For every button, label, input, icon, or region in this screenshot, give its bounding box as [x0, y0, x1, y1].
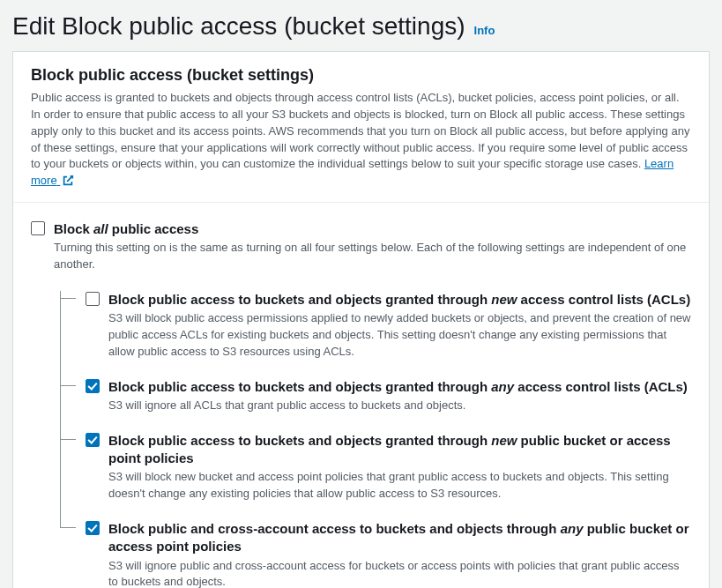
setting-label-suffix: access control lists (ACLs): [514, 379, 688, 394]
setting-checkbox-new-policies[interactable]: [86, 433, 100, 447]
setting-label-em: any: [491, 379, 514, 394]
block-all-row: Block all public access Turning this set…: [31, 220, 691, 588]
setting-desc: S3 will block public access permissions …: [108, 310, 691, 361]
setting-label-prefix: Block public access to buckets and objec…: [108, 433, 491, 448]
setting-item: Block public and cross-account access to…: [77, 520, 691, 588]
block-all-desc: Turning this setting on is the same as t…: [54, 240, 691, 273]
panel-title: Block public access (bucket settings): [31, 66, 691, 85]
setting-label-prefix: Block public access to buckets and objec…: [108, 292, 491, 307]
setting-item: Block public access to buckets and objec…: [77, 378, 691, 432]
setting-label-em: new: [491, 433, 517, 448]
setting-item: Block public access to buckets and objec…: [77, 291, 691, 378]
block-all-checkbox[interactable]: [31, 221, 45, 235]
panel-description-text: Public access is granted to buckets and …: [31, 91, 689, 170]
panel-header: Block public access (bucket settings) Pu…: [13, 52, 709, 203]
external-link-icon: [62, 175, 74, 187]
settings-panel: Block public access (bucket settings) Pu…: [12, 51, 710, 588]
setting-label-prefix: Block public access to buckets and objec…: [108, 379, 491, 394]
setting-item: Block public access to buckets and objec…: [77, 432, 691, 520]
panel-body: Block all public access Turning this set…: [13, 203, 709, 588]
setting-checkbox-any-policies[interactable]: [86, 521, 100, 535]
setting-label: Block public and cross-account access to…: [108, 520, 691, 556]
info-link[interactable]: Info: [474, 24, 495, 37]
setting-label-em: new: [491, 292, 517, 307]
page-title: Edit Block public access (bucket setting…: [12, 12, 465, 41]
setting-checkbox-new-acls[interactable]: [86, 292, 100, 306]
setting-label-prefix: Block public and cross-account access to…: [108, 521, 561, 536]
setting-desc: S3 will block new bucket and access poin…: [108, 469, 691, 502]
setting-label: Block public access to buckets and objec…: [108, 378, 691, 396]
settings-tree: Block public access to buckets and objec…: [60, 291, 691, 588]
panel-description: Public access is granted to buckets and …: [31, 90, 691, 190]
setting-label: Block public access to buckets and objec…: [108, 432, 691, 468]
setting-label-suffix: access control lists (ACLs): [517, 292, 690, 307]
setting-label-em: any: [561, 521, 584, 536]
page-header: Edit Block public access (bucket setting…: [12, 12, 710, 41]
block-all-label-em: all: [93, 221, 108, 236]
block-all-label-suffix: public access: [108, 221, 199, 236]
setting-desc: S3 will ignore public and cross-account …: [108, 558, 691, 588]
setting-checkbox-any-acls[interactable]: [86, 379, 100, 393]
block-all-label: Block all public access: [54, 220, 691, 238]
setting-desc: S3 will ignore all ACLs that grant publi…: [108, 398, 691, 414]
setting-label: Block public access to buckets and objec…: [108, 291, 691, 309]
block-all-label-prefix: Block: [54, 221, 93, 236]
